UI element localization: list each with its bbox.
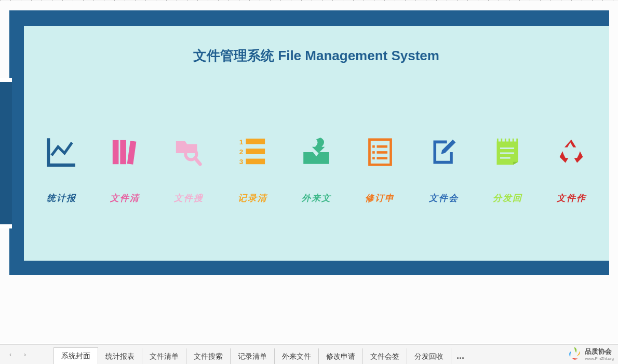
svg-rect-15 (377, 151, 387, 154)
sheet-tab-bar: ‹ › 系统封面 统计报表 文件清单 文件搜索 记录清单 外来文件 修改申请 文… (0, 344, 618, 364)
svg-text:3: 3 (239, 158, 244, 166)
tab-external[interactable]: 外来文件 (275, 348, 319, 364)
menu-item-sign[interactable]: 文件会 (419, 135, 468, 204)
tab-stats[interactable]: 统计报表 (98, 348, 142, 364)
svg-rect-12 (372, 145, 375, 147)
svg-rect-17 (377, 157, 387, 159)
tab-sign[interactable]: 文件会签 (363, 348, 407, 364)
menu-label: 修订申 (365, 192, 395, 204)
tab-revision[interactable]: 修改申请 (319, 348, 363, 364)
menu-label: 分发回 (493, 192, 522, 204)
slide-background: 文件管理系统 File Management System 统计报 (9, 10, 609, 275)
menu-label: 统计报 (47, 192, 76, 204)
stats-chart-icon (43, 135, 79, 169)
tab-prev-button[interactable]: ‹ (3, 348, 18, 361)
edit-icon (426, 135, 462, 169)
watermark-logo: 品质协会 www.PinZhi.org (566, 345, 614, 362)
menu-item-void[interactable]: 文件作 (547, 135, 596, 204)
menu-label: 记录清 (238, 192, 267, 204)
tab-nav-arrows: ‹ › (0, 348, 35, 361)
more-tabs-button[interactable]: ··· (451, 353, 469, 364)
notepad-icon (489, 135, 526, 169)
tab-cover[interactable]: 系统封面 (53, 347, 98, 364)
search-folder-icon (171, 135, 207, 169)
menu-label: 文件搜 (174, 192, 204, 204)
recycle-icon (553, 135, 589, 169)
files-icon (107, 135, 143, 169)
menu-item-record-list[interactable]: 1 2 3 记录清 (228, 135, 277, 204)
page-title: 文件管理系统 File Management System (24, 47, 609, 65)
svg-rect-10 (246, 158, 265, 164)
svg-rect-1 (120, 140, 126, 164)
menu-label: 外来文 (302, 192, 331, 204)
tab-record-list[interactable]: 记录清单 (231, 348, 275, 364)
checklist-icon (362, 135, 398, 169)
tab-file-list[interactable]: 文件清单 (142, 348, 186, 364)
svg-rect-8 (246, 149, 265, 154)
menu-item-file-search[interactable]: 文件搜 (164, 135, 213, 204)
ruler (0, 0, 618, 1)
menu-label: 文件清 (110, 192, 140, 204)
tab-distribute[interactable]: 分发回收 (407, 348, 451, 364)
list-icon: 1 2 3 (234, 135, 271, 169)
svg-rect-13 (377, 145, 387, 147)
svg-rect-16 (372, 157, 375, 159)
logo-text-en: www.PinZhi.org (585, 356, 614, 361)
menu-label: 文件会 (429, 192, 459, 204)
logo-icon (566, 345, 583, 362)
logo-text-cn: 品质协会 (585, 347, 614, 356)
tabs-container: 系统封面 统计报表 文件清单 文件搜索 记录清单 外来文件 修改申请 文件会签 … (53, 345, 469, 364)
tab-file-search[interactable]: 文件搜索 (186, 348, 231, 364)
content-panel: 文件管理系统 File Management System 统计报 (24, 26, 609, 261)
svg-rect-0 (113, 140, 119, 164)
icon-row: 统计报 文件清 (37, 135, 596, 204)
svg-rect-2 (127, 141, 136, 165)
svg-text:1: 1 (239, 138, 244, 145)
side-notch (0, 78, 12, 228)
svg-text:2: 2 (239, 147, 244, 155)
menu-item-file-list[interactable]: 文件清 (100, 135, 150, 204)
svg-line-4 (195, 158, 200, 164)
tab-next-button[interactable]: › (18, 348, 32, 361)
menu-item-revision[interactable]: 修订申 (355, 135, 405, 204)
menu-item-stats[interactable]: 统计报 (37, 135, 86, 204)
svg-rect-14 (372, 151, 375, 154)
menu-label: 文件作 (557, 192, 586, 204)
slide-canvas: 文件管理系统 File Management System 统计报 (0, 0, 618, 343)
menu-item-external[interactable]: 外来文 (292, 135, 341, 204)
inbox-icon (298, 135, 334, 169)
svg-rect-6 (246, 138, 265, 144)
menu-item-distribute[interactable]: 分发回 (483, 135, 532, 204)
